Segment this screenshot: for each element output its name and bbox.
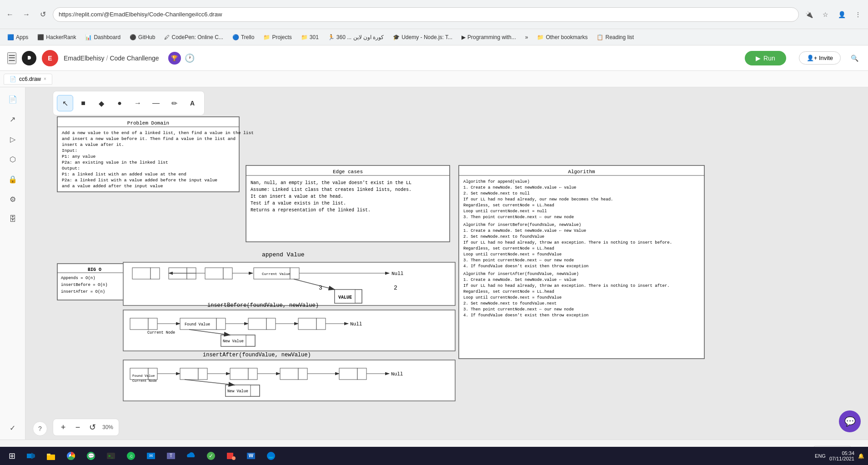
bookmark-more[interactable]: » [522,33,532,41]
zoom-level-display: 30% [100,424,115,430]
arrow-tool[interactable]: → [130,95,146,111]
bookmark-projects[interactable]: 📁 Projects [260,33,295,41]
bigo-l1: Appends = O(n) [61,276,95,280]
text-tool[interactable]: A [184,95,201,111]
taskbar-edge[interactable] [262,448,280,464]
taskbar-spotify[interactable]: ♫ [122,448,140,464]
hamburger-menu[interactable]: ☰ [7,52,16,64]
ec-line3: It can insert a value at the head. [251,194,343,199]
username-label: EmadElbehisy [64,55,105,62]
taskbar-chrome[interactable] [62,448,80,464]
pd-line3: insert a value after it. [62,142,124,147]
svg-rect-44 [248,368,257,380]
bookmark-codepen[interactable]: 🖊 CodePen: Online C... [161,33,226,41]
zoom-reset-button[interactable]: ↺ [86,421,99,434]
challenge-icon: 🏆 [168,52,181,65]
forward-button[interactable]: → [20,8,33,21]
canvas-area[interactable]: ↖ ■ ◆ ● → — ✏ A Problem Domain Add a new… [25,87,868,440]
tab-icon: 📄 [10,76,16,82]
taskbar-explorer[interactable] [42,448,60,464]
notification-icon[interactable]: 🔔 [858,453,864,459]
taskbar-onedrive[interactable] [182,448,200,464]
invite-button[interactable]: 👤+ Invite [799,51,841,65]
refresh-button[interactable]: ↺ [36,8,49,21]
invite-label: Invite [819,55,833,61]
svg-rect-22 [130,318,148,330]
bookmark-reading[interactable]: 📋 Reading list [593,33,637,41]
algo-l14: 3. Then point currentNode.next ← our new… [463,258,574,263]
edge-cases-title: Edge cases [333,169,363,175]
taskbar-vscode[interactable] [22,448,40,464]
windows-taskbar: ⊞ 💬 >_ ♫ ✉ T ✓ W ENG 05:34 07/11/2021 [0,447,868,465]
select-tool[interactable]: ↖ [57,95,73,111]
taskbar-terminal[interactable]: >_ [102,448,120,464]
sidebar-item-settings[interactable]: ⚙ [5,191,21,207]
bookmark-dashboard[interactable]: 📊 Dashboard [81,33,124,41]
diamond-tool[interactable]: ◆ [93,95,110,111]
tab-cc6[interactable]: 📄 cc6.draw × [4,74,52,85]
other-icon: 📁 [537,34,544,40]
taskbar-whatsapp[interactable]: 💬 [82,448,100,464]
search-button[interactable]: 🔍 [848,52,861,65]
algo-l20: Loop until currentNode.next = foundValue [463,295,562,300]
svg-rect-16 [290,268,299,279]
app-header: ☰ E EmadElbehisy / Code Chanllenge 🏆 🕐 ▶… [0,45,868,71]
zoom-in-button[interactable]: + [57,421,70,434]
pencil-tool[interactable]: ✏ [166,95,182,111]
bookmark-hackerrank[interactable]: ⬛ HackerRank [34,33,80,41]
rectangle-tool[interactable]: ■ [75,95,91,111]
bookmark-udemy[interactable]: 🎓 Udemy - Node.js: T... [389,33,456,41]
sidebar-item-share[interactable]: ↗ [5,111,21,127]
insert-before-label: insertBefore(foundValue, newValue) [207,302,319,309]
ec-line1: Nan, null, an empty list, the value does… [251,180,411,185]
bookmark-github-label: GitHub [138,34,155,40]
history-icon[interactable]: 🕐 [185,53,195,63]
taskbar-paint[interactable] [222,448,240,464]
clock-time: 05:34 [829,450,854,456]
tab-close-button[interactable]: × [44,76,46,81]
bookmark-trello[interactable]: 🔵 Trello [229,33,258,41]
taskbar-todo[interactable]: ✓ [202,448,220,464]
address-bar[interactable]: https://replit.com/@EmadElbehisy/Code-Ch… [53,7,799,22]
menu-icon[interactable]: ⋮ [852,8,864,21]
bookmark-github[interactable]: ⚫ GitHub [126,33,159,41]
sidebar-item-cube[interactable]: ⬡ [5,151,21,167]
value-label: VALUE [338,295,352,300]
line-tool[interactable]: — [148,95,164,111]
profile-icon[interactable]: 👤 [835,8,848,21]
svg-rect-26 [216,318,226,330]
algo-l8: Algorithm for insertBefore(foundValue, n… [463,223,581,227]
bookmark-apps[interactable]: 🟦 Apps [4,33,32,41]
svg-marker-56 [31,453,35,459]
zoom-out-button[interactable]: − [71,421,84,434]
taskbar-word[interactable]: W [242,448,260,464]
start-menu-button[interactable]: ⊞ [4,448,20,464]
bookmark-udemy-label: Udemy - Node.js: T... [401,34,452,40]
taskbar-teams[interactable]: T [162,448,180,464]
sidebar-item-check[interactable]: ✓ [5,420,21,436]
pd-line1: Add a new value to the end of a linked l… [62,130,254,135]
sidebar-item-play[interactable]: ▷ [5,131,21,147]
circle-tool[interactable]: ● [111,95,128,111]
chat-button[interactable]: 💬 [839,410,861,432]
bookmark-301[interactable]: 📁 301 [297,33,322,41]
svg-rect-49 [339,368,357,380]
left-sidebar: 📄 ↗ ▷ ⬡ 🔒 ⚙ 🗄 ✓ [0,87,25,440]
svg-rect-32 [316,318,326,330]
sidebar-item-file[interactable]: 📄 [5,91,21,107]
sidebar-item-lock[interactable]: 🔒 [5,171,21,187]
bookmark-programming[interactable]: ▶ Programming with... [458,33,520,41]
svg-rect-28 [248,318,266,330]
found-value-1-label: Found Value [185,322,210,327]
sidebar-item-database[interactable]: 🗄 [5,211,21,227]
taskbar-outlook[interactable]: ✉ [142,448,160,464]
bookmark-koora[interactable]: 🏃 كورة اون لاين ... 360 [324,33,387,41]
svg-rect-58 [47,454,50,455]
udemy-icon: 🎓 [393,34,400,40]
back-button[interactable]: ← [4,8,16,21]
help-button[interactable]: ? [33,421,47,436]
bookmark-other[interactable]: 📁 Other bookmarks [533,33,591,41]
extensions-icon[interactable]: 🔌 [803,8,815,21]
star-icon[interactable]: ☆ [819,8,832,21]
run-button[interactable]: ▶ Run [745,51,786,65]
